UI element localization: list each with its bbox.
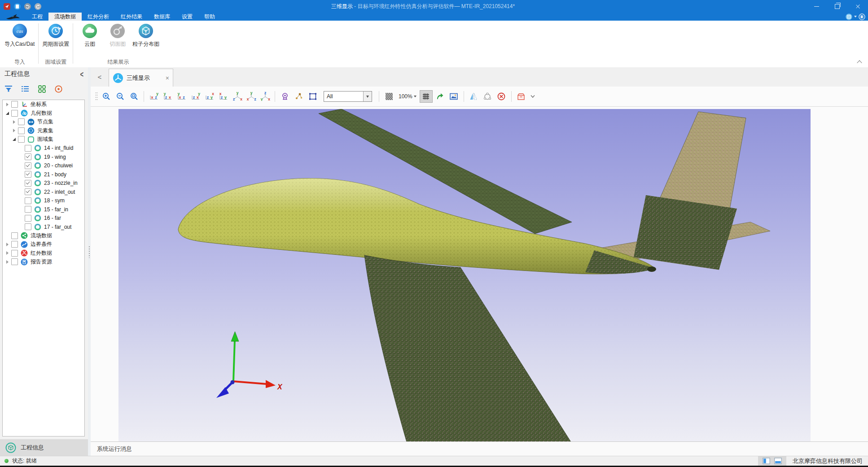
tree-checkbox[interactable]: [25, 206, 31, 213]
expand-arrow-icon[interactable]: [4, 260, 10, 264]
tree-item[interactable]: 流场数据: [3, 231, 84, 240]
tree-checkbox[interactable]: [25, 153, 31, 160]
tree-checkbox[interactable]: [11, 232, 18, 239]
tree-item[interactable]: 元素集: [3, 127, 84, 135]
more-dropdown-icon[interactable]: [529, 91, 537, 102]
zoom-in-icon[interactable]: [100, 90, 113, 103]
ribbon-button-particle-distribution-plot[interactable]: 粒子分布图: [132, 23, 159, 48]
minimize-icon[interactable]: [806, 0, 827, 13]
tree-item[interactable]: 18 - sym: [3, 196, 84, 205]
view-back-icon[interactable]: z x y: [161, 90, 174, 103]
close-icon[interactable]: [847, 0, 868, 13]
ribbon-button-import-cas-dat[interactable]: cas 导入Cas/Dat: [4, 23, 35, 48]
tree-item[interactable]: 红外数据: [3, 249, 84, 258]
tree-checkbox[interactable]: [25, 145, 31, 152]
ribbon-collapse-icon[interactable]: [858, 60, 862, 64]
tree-item[interactable]: 22 - inlet_out: [3, 188, 84, 196]
camera-icon[interactable]: [278, 90, 291, 103]
tree-item[interactable]: y坐标系: [3, 100, 84, 109]
tree-item[interactable]: 17 - far_out: [3, 223, 84, 231]
tree-item[interactable]: 节点集: [3, 118, 84, 127]
checkerboard-icon[interactable]: [382, 90, 395, 103]
tree-checkbox[interactable]: [25, 223, 31, 230]
tree-checkbox[interactable]: [25, 171, 31, 178]
tab-close-icon[interactable]: ×: [166, 74, 169, 82]
doc-tab-3d-view[interactable]: 三维显示 ×: [109, 69, 173, 87]
viewport-3d[interactable]: X: [118, 109, 811, 442]
ribbon-button-contour-plot[interactable]: 云图: [77, 23, 103, 48]
box-icon[interactable]: [515, 90, 528, 103]
tree-checkbox[interactable]: [11, 241, 18, 248]
tree-item[interactable]: 14 - int_fluid: [3, 144, 84, 153]
menu-tab-gongcheng[interactable]: 工程: [26, 13, 48, 21]
menu-tab-bangzhu[interactable]: 帮助: [198, 13, 221, 21]
menu-tab-shezhi[interactable]: 设置: [176, 13, 198, 21]
grid-icon[interactable]: [420, 90, 433, 103]
view-iso-3-icon[interactable]: z y x: [259, 90, 272, 103]
outline-list-icon[interactable]: [20, 84, 30, 94]
menu-tab-shujuku[interactable]: 数据库: [148, 13, 176, 21]
tree-item[interactable]: 15 - far_in: [3, 205, 84, 214]
tree-checkbox[interactable]: [18, 136, 25, 143]
menu-tab-liuchang-shuju[interactable]: 流场数据: [48, 13, 82, 21]
tree-item[interactable]: 20 - chuiwei: [3, 161, 84, 170]
ring-icon[interactable]: [481, 90, 494, 103]
locate-target-icon[interactable]: [53, 84, 63, 94]
view-right-icon[interactable]: z x y: [189, 90, 202, 103]
tree-checkbox[interactable]: [11, 258, 18, 265]
app-launch-icon[interactable]: [4, 3, 10, 10]
help-book-icon[interactable]: [859, 13, 865, 20]
toolbar-drag-handle[interactable]: [94, 91, 99, 102]
tree-checkbox[interactable]: [11, 110, 18, 117]
tree-checkbox[interactable]: [18, 127, 25, 134]
message-panel[interactable]: 系统运行消息: [91, 441, 868, 456]
tree-checkbox[interactable]: [25, 162, 31, 169]
restore-icon[interactable]: [827, 0, 847, 13]
view-iso-2-icon[interactable]: y x z: [245, 90, 258, 103]
panel-left-icon[interactable]: [763, 458, 770, 464]
select-box-icon[interactable]: [306, 90, 319, 103]
tree-item[interactable]: 19 - wing: [3, 153, 84, 161]
tree-item[interactable]: 几何数据: [3, 109, 84, 118]
undo-icon[interactable]: [24, 3, 31, 10]
collapse-arrow-icon[interactable]: [4, 112, 10, 115]
particles-icon[interactable]: [292, 90, 305, 103]
view-front-icon[interactable]: x z y: [147, 90, 160, 103]
zoom-out-icon[interactable]: [114, 90, 127, 103]
tree-checkbox[interactable]: [25, 215, 31, 222]
view-top-icon[interactable]: z y x: [203, 90, 216, 103]
combo-dropdown-icon[interactable]: [363, 92, 372, 101]
tree-checkbox[interactable]: [25, 180, 31, 187]
redo-icon[interactable]: [35, 3, 41, 10]
view-bottom-icon[interactable]: z y x: [217, 90, 230, 103]
expand-arrow-icon[interactable]: [11, 120, 17, 124]
tree-checkbox[interactable]: [11, 101, 18, 108]
tree-checkbox[interactable]: [18, 118, 25, 125]
expand-arrow-icon[interactable]: [4, 103, 10, 106]
expand-arrow-icon[interactable]: [11, 129, 17, 132]
tree-checkbox[interactable]: [25, 188, 31, 195]
window-switch-icon[interactable]: [846, 13, 852, 20]
tree-checkbox[interactable]: [11, 250, 18, 257]
mirror-icon[interactable]: [467, 90, 480, 103]
zoom-level-select[interactable]: 100%: [396, 91, 419, 102]
ribbon-button-periodic-face-settings[interactable]: 周期面设置: [42, 23, 69, 48]
menu-tab-hongwai-jieguo[interactable]: 红外结果: [115, 13, 148, 21]
tree-item[interactable]: 16 - far: [3, 214, 84, 223]
view-left-icon[interactable]: x z y: [175, 90, 188, 103]
image-icon[interactable]: [447, 90, 460, 103]
tree-item[interactable]: 21 - body: [3, 170, 84, 179]
expand-arrow-icon[interactable]: [4, 243, 10, 246]
dropdown-caret-icon[interactable]: [854, 16, 857, 19]
collapse-arrow-icon[interactable]: [11, 138, 17, 141]
filter-icon[interactable]: [4, 84, 13, 94]
project-panel-footer[interactable]: 工程信息: [0, 439, 88, 456]
view-iso-1-icon[interactable]: y z x: [231, 90, 244, 103]
display-filter-combo[interactable]: All: [324, 91, 372, 102]
export-arrow-icon[interactable]: [434, 90, 447, 103]
tree-item[interactable]: 报告资源: [3, 258, 84, 266]
tab-scroll-left-icon[interactable]: <: [91, 67, 109, 87]
new-document-icon[interactable]: [14, 3, 21, 10]
grid-view-icon[interactable]: [37, 84, 47, 94]
panel-collapse-icon[interactable]: <: [80, 70, 83, 79]
